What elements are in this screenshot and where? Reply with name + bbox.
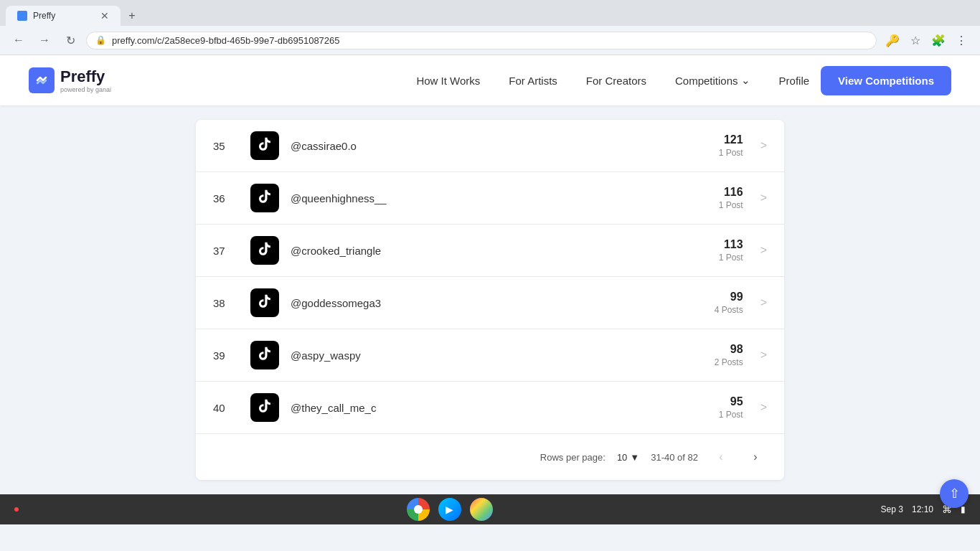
tab-close-button[interactable]: ✕ [100, 10, 109, 22]
row-chevron-icon: > [760, 349, 767, 362]
score-number: 95 [719, 395, 743, 408]
score-number: 99 [715, 291, 743, 303]
chrome-inner-circle [414, 505, 423, 514]
table-rows-container: 35 @cassirae0.o 121 1 Post > 36 [196, 120, 784, 433]
row-username: @crooked_triangle [291, 245, 707, 257]
score-posts: 1 Post [719, 148, 743, 158]
score-posts: 4 Posts [715, 305, 743, 315]
row-score: 99 4 Posts [715, 291, 743, 315]
row-username: @cassirae0.o [291, 140, 707, 152]
row-score: 121 1 Post [719, 133, 743, 158]
active-tab[interactable]: Preffy ✕ [6, 6, 121, 26]
taskbar: ▶ Sep 3 12:10 ⌘ ▮ [0, 494, 980, 524]
pagination-range: 31-40 of 82 [651, 452, 698, 463]
chevron-down-icon: ⌄ [741, 74, 750, 87]
row-score: 95 1 Post [719, 395, 743, 420]
score-posts: 2 Posts [715, 357, 743, 367]
tiktok-icon [257, 293, 273, 313]
taskbar-time: 12:10 [912, 504, 933, 514]
taskbar-avatar [470, 498, 493, 521]
tiktok-avatar [250, 184, 279, 212]
table-row[interactable]: 37 @crooked_triangle 113 1 Post > [196, 225, 784, 277]
profile-link[interactable]: Profile [779, 75, 810, 87]
score-number: 121 [719, 133, 743, 146]
play-icon[interactable]: ▶ [438, 498, 461, 521]
tiktok-avatar [250, 236, 279, 265]
table-row[interactable]: 40 @they_call_me_c 95 1 Post > [196, 382, 784, 433]
score-posts: 1 Post [719, 410, 743, 420]
tiktok-avatar [250, 131, 279, 160]
row-username: @aspy_waspy [291, 349, 703, 362]
browser-tab-bar: Preffy ✕ + [0, 6, 980, 26]
table-row[interactable]: 39 @aspy_waspy 98 2 Posts > [196, 329, 784, 382]
row-rank: 40 [213, 402, 239, 414]
row-chevron-icon: > [760, 401, 767, 414]
pagination-prev-button[interactable]: ‹ [710, 446, 732, 468]
bookmark-star-icon[interactable]: ☆ [905, 30, 925, 50]
browser-chrome: Preffy ✕ + ← → ↻ 🔒 preffy.com/c/2a58ece9… [0, 0, 980, 55]
row-rank: 36 [213, 192, 239, 204]
score-posts: 1 Post [719, 200, 743, 210]
new-tab-button[interactable]: + [122, 6, 142, 26]
password-icon[interactable]: 🔑 [882, 30, 903, 50]
row-chevron-icon: > [760, 192, 767, 204]
logo-text: Preffy powered by ganai [60, 67, 111, 93]
row-score: 116 1 Post [719, 186, 743, 210]
lock-icon: 🔒 [95, 35, 106, 45]
toolbar-icons: 🔑 ☆ 🧩 ⋮ [882, 30, 971, 50]
row-username: @queenhighness__ [291, 192, 707, 204]
menu-icon[interactable]: ⋮ [951, 30, 971, 50]
row-score: 98 2 Posts [715, 343, 743, 367]
pagination: Rows per page: 10 ▼ 31-40 of 82 ‹ › [196, 433, 784, 480]
score-number: 98 [715, 343, 743, 356]
how-it-works-link[interactable]: How It Works [416, 75, 480, 87]
rows-per-page-text: Rows per page: [540, 452, 606, 463]
rows-per-page-select[interactable]: 10 ▼ [617, 452, 639, 463]
taskbar-dot [14, 507, 19, 512]
for-creators-link[interactable]: For Creators [586, 75, 646, 87]
row-chevron-icon: > [760, 296, 767, 309]
rows-per-page-label: Rows per page: [540, 452, 606, 463]
tiktok-avatar [250, 288, 279, 317]
chrome-icon[interactable] [407, 498, 430, 521]
browser-toolbar: ← → ↻ 🔒 preffy.com/c/2a58ece9-bfbd-465b-… [0, 26, 980, 55]
for-artists-link[interactable]: For Artists [509, 75, 557, 87]
row-chevron-icon: > [760, 139, 767, 152]
row-chevron-icon: > [760, 244, 767, 257]
score-number: 113 [719, 238, 743, 251]
rows-dropdown-icon: ▼ [630, 452, 639, 463]
tiktok-icon [257, 346, 273, 365]
logo-icon [29, 67, 55, 93]
row-rank: 35 [213, 140, 239, 152]
address-bar[interactable]: 🔒 preffy.com/c/2a58ece9-bfbd-465b-99e7-d… [86, 32, 877, 50]
score-posts: 1 Post [719, 253, 743, 263]
pagination-next-button[interactable]: › [744, 446, 767, 468]
row-username: @they_call_me_c [291, 402, 707, 414]
back-button[interactable]: ← [9, 30, 29, 50]
navbar: Preffy powered by ganai How It Works For… [0, 55, 980, 105]
rows-per-page-value: 10 [617, 452, 627, 463]
table-row[interactable]: 38 @goddessomega3 99 4 Posts > [196, 277, 784, 329]
view-competitions-button[interactable]: View Competitions [821, 66, 951, 95]
logo-name: Preffy [60, 67, 111, 86]
row-rank: 38 [213, 297, 239, 309]
extension-icon[interactable]: 🧩 [928, 30, 948, 50]
competitions-link[interactable]: Competitions ⌄ [675, 74, 750, 87]
url-text: preffy.com/c/2a58ece9-bfbd-465b-99e7-db6… [112, 35, 867, 46]
tiktok-icon [257, 241, 273, 260]
row-rank: 37 [213, 245, 239, 257]
tiktok-avatar [250, 341, 279, 369]
forward-button[interactable]: → [34, 30, 55, 50]
scroll-to-top-button[interactable]: ⇧ [940, 479, 969, 508]
nav-links: How It Works For Artists For Creators Co… [416, 74, 750, 87]
reload-button[interactable]: ↻ [60, 30, 80, 50]
table-row[interactable]: 35 @cassirae0.o 121 1 Post > [196, 120, 784, 172]
tab-favicon [17, 11, 27, 21]
table-row[interactable]: 36 @queenhighness__ 116 1 Post > [196, 172, 784, 225]
score-number: 116 [719, 186, 743, 199]
nav-actions: Profile View Competitions [779, 66, 951, 95]
logo[interactable]: Preffy powered by ganai [29, 67, 111, 93]
taskbar-date: Sep 3 [881, 504, 903, 514]
tiktok-icon [257, 136, 273, 156]
row-rank: 39 [213, 349, 239, 362]
